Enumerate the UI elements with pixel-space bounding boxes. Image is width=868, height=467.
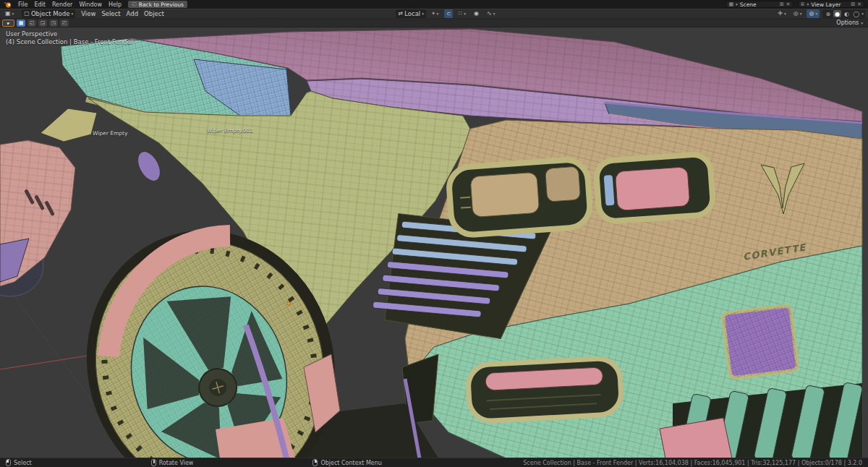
viewport-canvas[interactable]: CORVETTE [0, 27, 868, 458]
select-mode-subtract[interactable]: ◲ [38, 20, 47, 27]
magnet-icon: ∪ [446, 12, 451, 16]
select-mode-intersect[interactable]: ◰ [60, 20, 69, 27]
unlink-scene-icon[interactable]: ✕ [786, 2, 791, 7]
shading-mode-group: ⊕ ● ◐ ◯ ▾ [822, 9, 865, 18]
header-center: ⇄ Local ▾ ⌖ ▾ ∪ ∷ ▾ ◉ ∿ ▾ [396, 9, 497, 18]
editor-type-button[interactable]: ▣ ▾ [3, 9, 16, 18]
car-model[interactable]: CORVETTE [0, 29, 863, 458]
options-dropdown[interactable]: Options ▾ [833, 20, 866, 26]
options-label: Options [836, 20, 859, 26]
chevron-down-icon: ▾ [800, 12, 802, 16]
header-right: ✛ ▾ ◎ ▾ ◍ ▾ ⊕ ● ◐ ◯ ▾ [775, 9, 865, 18]
taillight-right[interactable] [595, 153, 713, 222]
show-gizmo-dropdown[interactable]: ✛ ▾ [775, 9, 788, 18]
viewport-overlay-text: User Perspective (4) Scene Collection | … [6, 30, 133, 46]
scene-selector[interactable]: ▦ ▾ Scene ⊞ ✕ [726, 1, 793, 8]
scene-name: Scene [740, 1, 778, 8]
orientation-label: Local [404, 10, 420, 17]
select-mode-extend[interactable]: ◱ [27, 20, 36, 27]
xray-icon: ◍ [809, 11, 814, 17]
cursor-select-icon: ▸ [6, 20, 10, 26]
new-scene-icon[interactable]: ⊞ [780, 2, 784, 7]
chevron-down-icon: ▾ [436, 12, 438, 16]
empty-object-label[interactable]: Wiper Empty [93, 130, 127, 137]
menu-edit[interactable]: Edit [34, 1, 46, 8]
chevron-down-icon: ▾ [815, 12, 817, 16]
menu-view[interactable]: View [81, 10, 95, 17]
shading-rendered-button[interactable]: ◯ [852, 10, 860, 17]
mode-dropdown[interactable]: ▢ Object Mode ▾ [22, 9, 75, 18]
chevron-down-icon: ▾ [861, 21, 863, 25]
viewport-editor-icon: ▣ [5, 11, 11, 17]
hint-select-label: Select [14, 460, 32, 466]
shading-solid-button[interactable]: ● [833, 10, 841, 17]
taillight-left[interactable] [448, 158, 591, 236]
topbar: File Edit Render Window Help ◱ Back to P… [0, 0, 868, 9]
menu-file[interactable]: File [18, 1, 27, 8]
select-mode-set[interactable]: ▦ [17, 20, 25, 27]
pivot-point-dropdown[interactable]: ⌖ ▾ [430, 9, 441, 18]
side-vent[interactable] [133, 147, 165, 184]
hint-context-menu: Object Context Menu [312, 459, 381, 466]
orientation-icon: ⇄ [398, 11, 403, 17]
proportional-editing-toggle[interactable]: ◉ [472, 9, 481, 18]
menu-render[interactable]: Render [52, 1, 72, 8]
shading-wireframe-button[interactable]: ⊕ [824, 10, 832, 17]
mode-label: Object Mode [31, 10, 70, 17]
empty-object-label[interactable]: Wiper Empty.001 [207, 127, 253, 134]
active-object-label: (4) Scene Collection | Base - Front Fend… [6, 38, 133, 46]
menu-select[interactable]: Select [101, 10, 120, 17]
chevron-down-icon: ▾ [12, 12, 14, 16]
snap-target-icon: ∷ [459, 11, 462, 17]
bumper-grille[interactable] [467, 358, 622, 422]
menu-help[interactable]: Help [109, 1, 122, 8]
shading-material-button[interactable]: ◐ [843, 10, 851, 17]
proportional-falloff-dropdown[interactable]: ∿ ▾ [485, 9, 497, 18]
hint-rotate-label: Rotate View [159, 460, 194, 466]
layers-icon: ≣ [801, 1, 805, 7]
shading-dropdown-icon[interactable]: ▾ [861, 12, 864, 16]
active-tool-select-box[interactable]: ▸ [2, 20, 14, 27]
status-bar: Select Rotate View Object Context Menu S… [0, 458, 868, 467]
snap-toggle[interactable]: ∪ [444, 9, 453, 18]
middle-mouse-icon [151, 459, 156, 466]
scene-statistics: Scene Collection | Base - Front Fender |… [523, 460, 862, 466]
viewport-3d[interactable]: User Perspective (4) Scene Collection | … [0, 27, 868, 458]
blender-logo-icon[interactable] [4, 1, 12, 8]
object-mode-icon: ▢ [24, 11, 30, 17]
back-to-previous-label: Back to Previous [139, 1, 184, 8]
chevron-down-icon: ▾ [493, 12, 495, 16]
tool-settings-row: ▸ ▦ ◱ ◲ ◳ ◰ Options ▾ [0, 19, 868, 27]
chevron-down-icon: ▾ [736, 2, 738, 7]
hint-context-label: Object Context Menu [320, 460, 381, 466]
proportional-editing-icon: ◉ [474, 11, 479, 17]
viewport-header: ▣ ▾ ▢ Object Mode ▾ View Select Add Obje… [0, 9, 868, 19]
menu-add[interactable]: Add [127, 10, 138, 17]
snap-settings-dropdown[interactable]: ∷ ▾ [456, 9, 468, 18]
blender-window: File Edit Render Window Help ◱ Back to P… [0, 0, 868, 467]
left-mouse-icon [6, 459, 11, 466]
transform-orientation-dropdown[interactable]: ⇄ Local ▾ [396, 9, 426, 18]
xray-toggle[interactable]: ◍ ▾ [807, 9, 820, 18]
chevron-down-icon: ▾ [784, 12, 786, 16]
back-to-previous-button[interactable]: ◱ Back to Previous [128, 1, 187, 8]
side-mirror[interactable] [41, 108, 97, 142]
new-layer-icon[interactable]: ⊞ [851, 2, 855, 7]
chevron-down-icon: ▾ [71, 12, 73, 16]
chevron-down-icon: ▾ [807, 2, 809, 7]
select-mode-invert[interactable]: ◳ [49, 20, 58, 27]
menu-window[interactable]: Window [79, 1, 102, 8]
view-layer-name: View Layer [811, 1, 848, 8]
view-layer-selector[interactable]: ≣ ▾ View Layer ⊞ ✕ [798, 1, 864, 8]
gizmo-icon: ✛ [778, 11, 783, 17]
chevron-down-icon: ▾ [464, 12, 466, 16]
right-mouse-icon [312, 459, 318, 466]
hint-select: Select [6, 459, 32, 466]
show-overlays-dropdown[interactable]: ◎ ▾ [791, 9, 804, 18]
menu-object[interactable]: Object [144, 10, 164, 17]
overlays-icon: ◎ [793, 11, 799, 17]
object-origin-dot [287, 302, 291, 306]
screen-back-icon: ◱ [132, 2, 137, 7]
remove-layer-icon[interactable]: ✕ [857, 2, 861, 7]
license-plate-recess[interactable] [723, 305, 798, 378]
